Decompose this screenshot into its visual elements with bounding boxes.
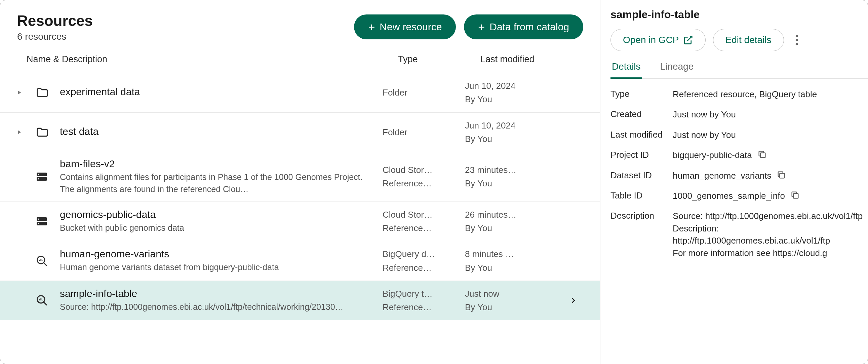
resource-modified: Just nowBy You xyxy=(465,287,563,314)
table-row[interactable]: sample-info-tableSource: http://ftp.1000… xyxy=(0,281,600,320)
detail-value-text: human_genome_variants xyxy=(673,170,771,182)
svg-rect-14 xyxy=(780,173,785,178)
details-actions: Open in GCP Edit details xyxy=(611,29,868,51)
resource-name: experimental data xyxy=(60,86,376,97)
resource-type: Cloud Stor…Reference… xyxy=(382,208,465,235)
resource-type: BigQuery t…Reference… xyxy=(382,287,465,314)
resource-modified: Jun 10, 2024By You xyxy=(465,79,563,106)
resource-name: test data xyxy=(60,126,376,137)
resource-name-cell: genomics-public-dataBucket with public g… xyxy=(60,209,382,234)
svg-point-12 xyxy=(796,43,798,46)
details-panel: sample-info-table Open in GCP Edit detai… xyxy=(600,0,868,364)
copy-icon[interactable] xyxy=(790,190,800,200)
resource-modified: 23 minutes…By You xyxy=(465,163,563,190)
folder-icon xyxy=(36,125,60,139)
details-fields: TypeReferenced resource, BigQuery tableC… xyxy=(611,88,868,259)
external-link-icon xyxy=(683,35,693,45)
header-actions: + New resource + Data from catalog xyxy=(354,15,583,39)
plus-icon: + xyxy=(478,21,485,33)
table-header: Name & Description Type Last modified xyxy=(0,52,600,73)
detail-value: Just now by You xyxy=(673,108,868,120)
new-resource-label: New resource xyxy=(379,21,442,33)
resource-name: bam-files-v2 xyxy=(60,158,376,170)
more-menu-icon[interactable] xyxy=(792,34,802,46)
tab-lineage[interactable]: Lineage xyxy=(659,61,695,79)
resource-modified: Jun 10, 2024By You xyxy=(465,119,563,146)
column-name-header: Name & Description xyxy=(27,54,398,64)
query-icon xyxy=(36,255,60,268)
detail-row: DescriptionSource: http://ftp.1000genome… xyxy=(611,210,868,259)
resource-name: sample-info-table xyxy=(60,288,376,300)
detail-value: bigquery-public-data xyxy=(673,149,868,161)
resource-type: Folder xyxy=(382,86,465,99)
open-in-gcp-button[interactable]: Open in GCP xyxy=(611,29,706,51)
resources-header: Resources 6 resources + New resource + D… xyxy=(0,0,600,52)
expand-toggle[interactable] xyxy=(17,90,36,95)
resource-description: Source: http://ftp.1000genomes.ebi.ac.uk… xyxy=(60,301,376,313)
column-modified-header: Last modified xyxy=(480,54,583,64)
new-resource-button[interactable]: + New resource xyxy=(354,15,456,39)
svg-point-10 xyxy=(796,35,798,37)
svg-rect-13 xyxy=(761,153,765,158)
resource-type: Folder xyxy=(382,125,465,139)
svg-point-7 xyxy=(38,223,39,224)
data-from-catalog-button[interactable]: + Data from catalog xyxy=(464,15,583,39)
detail-label: Description xyxy=(611,210,673,222)
data-from-catalog-label: Data from catalog xyxy=(490,21,569,33)
copy-icon[interactable] xyxy=(757,150,767,159)
detail-value-text: Just now by You xyxy=(673,129,736,141)
table-row[interactable]: genomics-public-dataBucket with public g… xyxy=(0,202,600,242)
resource-count: 6 resources xyxy=(17,31,93,42)
table-row[interactable]: experimental dataFolderJun 10, 2024By Yo… xyxy=(0,73,600,113)
resource-name-cell: sample-info-tableSource: http://ftp.1000… xyxy=(60,288,382,313)
svg-rect-15 xyxy=(794,193,798,198)
title-block: Resources 6 resources xyxy=(17,12,93,42)
detail-label: Project ID xyxy=(611,149,673,161)
detail-row: TypeReferenced resource, BigQuery table xyxy=(611,88,868,100)
tab-details[interactable]: Details xyxy=(611,61,642,79)
query-icon xyxy=(36,294,60,307)
details-title: sample-info-table xyxy=(611,8,868,21)
resource-description: Bucket with public genomics data xyxy=(60,222,376,234)
table-row[interactable]: test dataFolderJun 10, 2024By You xyxy=(0,113,600,152)
detail-row: Project IDbigquery-public-data xyxy=(611,149,868,161)
resource-name: genomics-public-data xyxy=(60,209,376,220)
detail-value: human_genome_variants xyxy=(673,170,868,182)
copy-icon[interactable] xyxy=(777,170,786,180)
edit-details-label: Edit details xyxy=(725,35,772,46)
resource-name-cell: experimental data xyxy=(60,86,382,99)
table-row[interactable]: human-genome-variantsHuman genome varian… xyxy=(0,241,600,281)
detail-row: Table ID1000_genomes_sample_info xyxy=(611,190,868,202)
resources-panel: Resources 6 resources + New resource + D… xyxy=(0,0,600,364)
detail-label: Last modified xyxy=(611,129,673,141)
plus-icon: + xyxy=(368,21,375,33)
resource-name: human-genome-variants xyxy=(60,248,376,260)
table-row[interactable]: bam-files-v2Contains alignment files for… xyxy=(0,152,600,202)
expand-toggle[interactable] xyxy=(17,130,36,135)
detail-value-text: bigquery-public-data xyxy=(673,149,752,161)
edit-details-button[interactable]: Edit details xyxy=(713,29,784,51)
svg-point-6 xyxy=(38,218,39,220)
detail-value-text: 1000_genomes_sample_info xyxy=(673,190,785,202)
svg-point-11 xyxy=(796,39,798,41)
detail-value-text: Referenced resource, BigQuery table xyxy=(673,88,817,100)
resource-name-cell: bam-files-v2Contains alignment files for… xyxy=(60,158,382,195)
detail-row: Last modifiedJust now by You xyxy=(611,129,868,141)
storage-icon xyxy=(36,171,60,183)
resources-table-body: experimental dataFolderJun 10, 2024By Yo… xyxy=(0,73,600,320)
folder-icon xyxy=(36,86,60,99)
detail-value-text: Just now by You xyxy=(673,108,736,120)
page-title: Resources xyxy=(17,12,93,29)
column-type-header: Type xyxy=(398,54,480,64)
resource-modified: 26 minutes…By You xyxy=(465,208,563,235)
resource-type: Cloud Stor…Reference… xyxy=(382,163,465,190)
open-in-gcp-label: Open in GCP xyxy=(623,35,679,46)
detail-label: Dataset ID xyxy=(611,170,673,181)
detail-label: Created xyxy=(611,108,673,120)
details-tabs: Details Lineage xyxy=(611,61,868,79)
detail-row: CreatedJust now by You xyxy=(611,108,868,120)
svg-point-2 xyxy=(38,174,39,175)
resource-name-cell: test data xyxy=(60,126,382,139)
row-chevron-icon xyxy=(563,297,583,304)
detail-label: Table ID xyxy=(611,190,673,201)
